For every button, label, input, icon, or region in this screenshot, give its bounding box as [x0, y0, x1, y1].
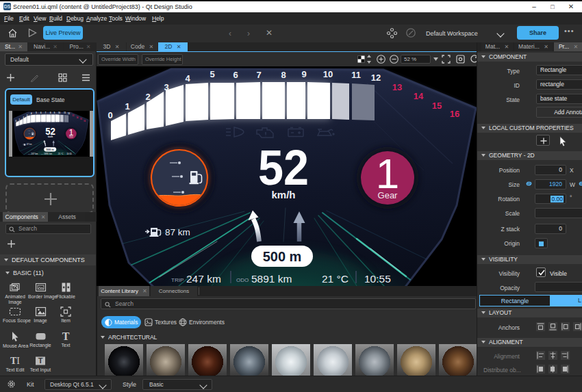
- svg-text:0: 0: [107, 110, 112, 120]
- svg-text:87 km: 87 km: [165, 227, 190, 237]
- svg-text:11: 11: [351, 70, 361, 80]
- svg-text:5891 km: 5891 km: [251, 273, 292, 285]
- svg-text:13: 13: [392, 82, 402, 92]
- svg-text:TRIP: TRIP: [171, 277, 184, 283]
- svg-text:6: 6: [233, 70, 238, 80]
- svg-text:8: 8: [281, 70, 286, 80]
- svg-text:52: 52: [258, 140, 309, 195]
- svg-text:10:55: 10:55: [364, 273, 391, 285]
- svg-text:21 °C: 21 °C: [322, 273, 349, 285]
- svg-text:km/h: km/h: [271, 189, 295, 200]
- svg-text:3: 3: [164, 82, 168, 92]
- svg-text:247 km: 247 km: [186, 273, 221, 285]
- svg-text:500 m: 500 m: [263, 249, 302, 264]
- svg-text:14: 14: [414, 91, 424, 101]
- svg-text:12: 12: [371, 73, 381, 83]
- svg-text:4: 4: [185, 73, 190, 83]
- svg-text:ODO: ODO: [236, 277, 249, 283]
- svg-text:1: 1: [125, 101, 129, 112]
- svg-text:5: 5: [210, 69, 214, 79]
- svg-text:7: 7: [256, 70, 261, 80]
- svg-text:T: T: [38, 356, 43, 365]
- svg-text:15: 15: [432, 101, 442, 111]
- svg-text:16: 16: [450, 109, 459, 119]
- svg-text:2: 2: [145, 92, 150, 102]
- svg-text:1: 1: [376, 150, 399, 197]
- svg-text:9: 9: [301, 69, 306, 79]
- svg-text:10: 10: [323, 69, 333, 79]
